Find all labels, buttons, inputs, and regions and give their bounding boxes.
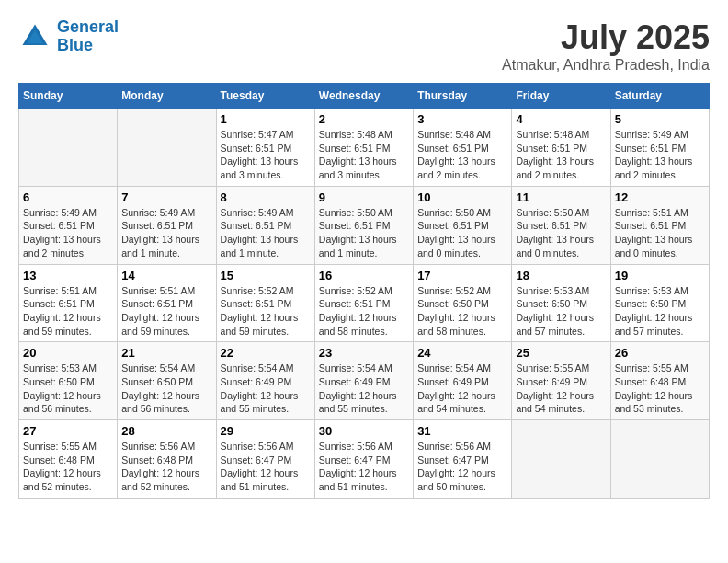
day-number: 13	[23, 269, 113, 282]
logo-line2: Blue	[57, 36, 93, 54]
day-number: 2	[319, 112, 409, 126]
calendar-cell: 26Sunrise: 5:55 AMSunset: 6:48 PMDayligh…	[610, 342, 709, 420]
calendar-cell: 8Sunrise: 5:49 AMSunset: 6:51 PMDaylight…	[216, 186, 314, 264]
day-info: Sunrise: 5:52 AMSunset: 6:51 PMDaylight:…	[221, 284, 311, 339]
calendar-cell: 9Sunrise: 5:50 AMSunset: 6:51 PMDaylight…	[314, 186, 413, 264]
calendar-cell	[19, 109, 118, 187]
day-info: Sunrise: 5:51 AMSunset: 6:51 PMDaylight:…	[615, 206, 705, 260]
day-info: Sunrise: 5:50 AMSunset: 6:51 PMDaylight:…	[319, 206, 409, 260]
calendar-cell: 30Sunrise: 5:56 AMSunset: 6:47 PMDayligh…	[314, 420, 413, 499]
calendar-week-4: 20Sunrise: 5:53 AMSunset: 6:50 PMDayligh…	[19, 342, 710, 420]
calendar-cell: 16Sunrise: 5:52 AMSunset: 6:51 PMDayligh…	[314, 264, 413, 342]
calendar-cell	[118, 109, 216, 187]
calendar-cell: 23Sunrise: 5:54 AMSunset: 6:49 PMDayligh…	[314, 342, 413, 420]
day-info: Sunrise: 5:53 AMSunset: 6:50 PMDaylight:…	[23, 362, 113, 416]
calendar-week-1: 1Sunrise: 5:47 AMSunset: 6:51 PMDaylight…	[19, 109, 710, 187]
day-info: Sunrise: 5:52 AMSunset: 6:51 PMDaylight:…	[319, 284, 409, 339]
calendar-cell: 19Sunrise: 5:53 AMSunset: 6:50 PMDayligh…	[610, 264, 709, 342]
calendar-cell: 2Sunrise: 5:48 AMSunset: 6:51 PMDaylight…	[314, 109, 413, 187]
day-number: 21	[121, 346, 211, 360]
calendar-cell: 24Sunrise: 5:54 AMSunset: 6:49 PMDayligh…	[414, 342, 512, 420]
weekday-header-thursday: Thursday	[414, 84, 512, 109]
day-number: 20	[23, 346, 113, 360]
calendar-cell: 6Sunrise: 5:49 AMSunset: 6:51 PMDaylight…	[19, 186, 118, 264]
location: Atmakur, Andhra Pradesh, India	[502, 57, 710, 74]
day-number: 17	[417, 269, 507, 282]
weekday-header-row: SundayMondayTuesdayWednesdayThursdayFrid…	[19, 84, 710, 109]
day-info: Sunrise: 5:55 AMSunset: 6:48 PMDaylight:…	[615, 362, 705, 416]
page-header: General Blue July 2025 Atmakur, Andhra P…	[18, 18, 710, 74]
day-info: Sunrise: 5:52 AMSunset: 6:50 PMDaylight:…	[417, 284, 507, 339]
day-number: 1	[221, 112, 311, 126]
day-info: Sunrise: 5:49 AMSunset: 6:51 PMDaylight:…	[121, 206, 211, 260]
day-info: Sunrise: 5:56 AMSunset: 6:48 PMDaylight:…	[121, 440, 211, 494]
title-block: July 2025 Atmakur, Andhra Pradesh, India	[502, 18, 710, 74]
calendar-cell: 21Sunrise: 5:54 AMSunset: 6:50 PMDayligh…	[118, 342, 216, 420]
day-number: 25	[516, 346, 606, 360]
day-info: Sunrise: 5:56 AMSunset: 6:47 PMDaylight:…	[417, 440, 507, 494]
calendar-cell: 18Sunrise: 5:53 AMSunset: 6:50 PMDayligh…	[512, 264, 610, 342]
day-info: Sunrise: 5:56 AMSunset: 6:47 PMDaylight:…	[319, 440, 409, 494]
calendar-cell: 14Sunrise: 5:51 AMSunset: 6:51 PMDayligh…	[118, 264, 216, 342]
calendar-header: SundayMondayTuesdayWednesdayThursdayFrid…	[19, 84, 710, 109]
calendar-cell: 1Sunrise: 5:47 AMSunset: 6:51 PMDaylight…	[216, 109, 314, 187]
day-number: 27	[23, 424, 113, 438]
day-number: 26	[615, 346, 705, 360]
calendar-cell: 20Sunrise: 5:53 AMSunset: 6:50 PMDayligh…	[19, 342, 118, 420]
day-number: 31	[417, 424, 507, 438]
calendar-week-2: 6Sunrise: 5:49 AMSunset: 6:51 PMDaylight…	[19, 186, 710, 264]
day-number: 30	[319, 424, 409, 438]
calendar-cell: 29Sunrise: 5:56 AMSunset: 6:47 PMDayligh…	[216, 420, 314, 499]
weekday-header-friday: Friday	[512, 84, 610, 109]
calendar-cell: 28Sunrise: 5:56 AMSunset: 6:48 PMDayligh…	[118, 420, 216, 499]
day-info: Sunrise: 5:48 AMSunset: 6:51 PMDaylight:…	[516, 128, 606, 182]
calendar-body: 1Sunrise: 5:47 AMSunset: 6:51 PMDaylight…	[19, 109, 710, 499]
day-number: 5	[615, 112, 705, 126]
calendar-cell: 27Sunrise: 5:55 AMSunset: 6:48 PMDayligh…	[19, 420, 118, 499]
logo-text: General Blue	[57, 18, 119, 55]
logo-line1: General	[57, 17, 119, 36]
day-number: 24	[417, 346, 507, 360]
calendar-cell: 17Sunrise: 5:52 AMSunset: 6:50 PMDayligh…	[414, 264, 512, 342]
day-info: Sunrise: 5:51 AMSunset: 6:51 PMDaylight:…	[121, 284, 211, 339]
calendar-cell	[610, 420, 709, 499]
day-number: 23	[319, 346, 409, 360]
calendar-cell	[512, 420, 610, 499]
day-info: Sunrise: 5:53 AMSunset: 6:50 PMDaylight:…	[615, 284, 705, 339]
day-number: 6	[23, 190, 113, 204]
day-info: Sunrise: 5:54 AMSunset: 6:49 PMDaylight:…	[417, 362, 507, 416]
day-info: Sunrise: 5:48 AMSunset: 6:51 PMDaylight:…	[319, 128, 409, 182]
day-info: Sunrise: 5:56 AMSunset: 6:47 PMDaylight:…	[221, 440, 311, 494]
day-number: 18	[516, 269, 606, 282]
day-info: Sunrise: 5:54 AMSunset: 6:49 PMDaylight:…	[221, 362, 311, 416]
day-info: Sunrise: 5:49 AMSunset: 6:51 PMDaylight:…	[23, 206, 113, 260]
calendar-cell: 25Sunrise: 5:55 AMSunset: 6:49 PMDayligh…	[512, 342, 610, 420]
day-number: 7	[121, 190, 211, 204]
day-info: Sunrise: 5:50 AMSunset: 6:51 PMDaylight:…	[516, 206, 606, 260]
calendar-cell: 31Sunrise: 5:56 AMSunset: 6:47 PMDayligh…	[414, 420, 512, 499]
day-number: 14	[121, 269, 211, 282]
calendar-cell: 5Sunrise: 5:49 AMSunset: 6:51 PMDaylight…	[610, 109, 709, 187]
day-number: 12	[615, 190, 705, 204]
logo: General Blue	[18, 18, 119, 55]
day-number: 9	[319, 190, 409, 204]
day-info: Sunrise: 5:53 AMSunset: 6:50 PMDaylight:…	[516, 284, 606, 339]
day-info: Sunrise: 5:54 AMSunset: 6:50 PMDaylight:…	[121, 362, 211, 416]
logo-icon	[18, 20, 51, 53]
day-number: 28	[121, 424, 211, 438]
day-number: 3	[417, 112, 507, 126]
weekday-header-tuesday: Tuesday	[216, 84, 314, 109]
weekday-header-saturday: Saturday	[610, 84, 709, 109]
day-info: Sunrise: 5:50 AMSunset: 6:51 PMDaylight:…	[417, 206, 507, 260]
calendar-cell: 7Sunrise: 5:49 AMSunset: 6:51 PMDaylight…	[118, 186, 216, 264]
calendar-cell: 12Sunrise: 5:51 AMSunset: 6:51 PMDayligh…	[610, 186, 709, 264]
weekday-header-wednesday: Wednesday	[314, 84, 413, 109]
calendar-cell: 4Sunrise: 5:48 AMSunset: 6:51 PMDaylight…	[512, 109, 610, 187]
month-year: July 2025	[502, 18, 710, 57]
weekday-header-sunday: Sunday	[19, 84, 118, 109]
calendar-cell: 15Sunrise: 5:52 AMSunset: 6:51 PMDayligh…	[216, 264, 314, 342]
calendar-cell: 3Sunrise: 5:48 AMSunset: 6:51 PMDaylight…	[414, 109, 512, 187]
day-number: 29	[221, 424, 311, 438]
day-info: Sunrise: 5:51 AMSunset: 6:51 PMDaylight:…	[23, 284, 113, 339]
calendar-cell: 10Sunrise: 5:50 AMSunset: 6:51 PMDayligh…	[414, 186, 512, 264]
